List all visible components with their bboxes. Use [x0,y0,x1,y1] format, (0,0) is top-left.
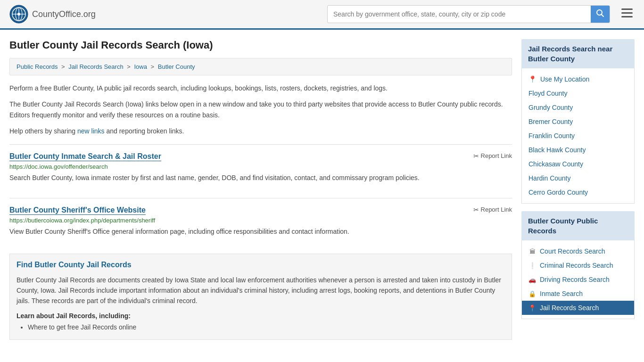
sidebar-nearby-bremer[interactable]: Bremer County [522,115,634,129]
lock-icon: 🔒 [528,290,536,297]
record-desc-0: Search Butler County, Iowa inmate roster… [9,173,512,183]
sidebar-criminal-records[interactable]: ❕ Criminal Records Search [522,258,634,272]
record-block-header-0: Butler County Inmate Search & Jail Roste… [9,152,512,161]
breadcrumb-public-records[interactable]: Public Records [17,63,58,70]
record-block-0: Butler County Inmate Search & Jail Roste… [9,144,512,190]
breadcrumb-butler-county[interactable]: Butler County [158,63,195,70]
sidebar-nearby-cerrogordo[interactable]: Cerro Gordo County [522,185,634,199]
record-url-0: https://doc.iowa.gov/offender/search [9,163,512,170]
description-1: Perform a free Butler County, IA public … [9,83,512,93]
find-learn-list: Where to get free Jail Records online [17,323,505,331]
sidebar-nearby-chickasaw[interactable]: Chickasaw County [522,157,634,171]
search-input[interactable] [328,7,591,22]
search-button[interactable] [591,6,610,23]
sidebar-nearby-grundy[interactable]: Grundy County [522,100,634,115]
find-learn-item-0: Where to get free Jail Records online [28,323,505,331]
svg-rect-9 [621,12,633,14]
menu-button[interactable] [619,7,635,22]
sidebar-public-records-section: Butler County Public Records 🏛 Court Rec… [521,211,635,319]
content-area: Butler County Jail Records Search (Iowa)… [9,39,512,340]
search-bar [327,5,610,23]
search-icon [596,9,604,17]
report-icon-1: ✂ [473,206,479,214]
sidebar: Jail Records Search near Butler County 📍… [521,39,635,340]
logo-icon [9,5,28,24]
svg-point-5 [17,13,20,16]
svg-line-7 [602,15,604,17]
record-desc-1: View Butler County Sheriff's Office gene… [9,227,512,237]
sidebar-inmate-search[interactable]: 🔒 Inmate Search [522,287,634,301]
hamburger-icon [621,8,633,18]
breadcrumb: Public Records > Jail Records Search > I… [9,58,512,75]
use-my-location-item[interactable]: 📍 Use My Location [522,72,634,86]
sidebar-nearby-section: Jail Records Search near Butler County 📍… [521,39,635,204]
sidebar-public-records-header: Butler County Public Records [521,211,635,240]
court-icon: 🏛 [528,248,536,255]
report-link-button-0[interactable]: ✂ Report Link [473,152,512,160]
description-3: Help others by sharing new links and rep… [9,126,512,136]
site-logo[interactable]: CountyOffice.org [9,5,96,24]
description-2: The Butler County Jail Records Search (I… [9,99,512,120]
jail-pin-icon: 📍 [528,304,536,312]
report-icon-0: ✂ [473,152,479,160]
location-pin-icon: 📍 [528,75,537,83]
record-url-1: https://butlercoiowa.org/index.php/depar… [9,217,512,224]
svg-rect-10 [621,16,633,17]
use-my-location-link[interactable]: Use My Location [540,75,589,83]
car-icon: 🚗 [528,276,536,283]
report-link-button-1[interactable]: ✂ Report Link [473,206,512,214]
find-section: Find Butler County Jail Records Butler C… [9,254,512,340]
sidebar-nearby-header: Jail Records Search near Butler County [521,39,635,68]
breadcrumb-iowa[interactable]: Iowa [134,63,147,70]
svg-rect-8 [621,8,633,10]
record-block-header-1: Butler County Sheriff's Office Website ✂… [9,206,512,215]
sidebar-jail-records[interactable]: 📍 Jail Records Search [522,301,634,315]
criminal-icon: ❕ [528,262,536,269]
logo-text: CountyOffice.org [32,9,96,19]
page-title: Butler County Jail Records Search (Iowa) [9,39,512,51]
sidebar-nearby-hardin[interactable]: Hardin County [522,171,634,185]
main-container: Butler County Jail Records Search (Iowa)… [0,30,644,349]
sidebar-court-records[interactable]: 🏛 Court Records Search [522,244,634,258]
sidebar-public-records-body: 🏛 Court Records Search ❕ Criminal Record… [521,240,635,319]
sidebar-nearby-body: 📍 Use My Location Floyd County Grundy Co… [521,68,635,204]
sidebar-nearby-floyd[interactable]: Floyd County [522,86,634,100]
new-links-link[interactable]: new links [77,127,105,135]
record-title-1[interactable]: Butler County Sheriff's Office Website [9,206,146,215]
site-header: CountyOffice.org [0,0,644,30]
breadcrumb-jail-records[interactable]: Jail Records Search [68,63,123,70]
sidebar-nearby-blackhawk[interactable]: Black Hawk County [522,143,634,157]
record-block-1: Butler County Sheriff's Office Website ✂… [9,198,512,244]
find-heading: Find Butler County Jail Records [17,261,505,269]
sidebar-driving-records[interactable]: 🚗 Driving Records Search [522,272,634,287]
find-learn-heading: Learn about Jail Records, including: [17,312,505,320]
record-title-0[interactable]: Butler County Inmate Search & Jail Roste… [9,152,161,161]
sidebar-nearby-franklin[interactable]: Franklin County [522,129,634,143]
find-body: Butler County Jail Records are documents… [17,275,505,306]
